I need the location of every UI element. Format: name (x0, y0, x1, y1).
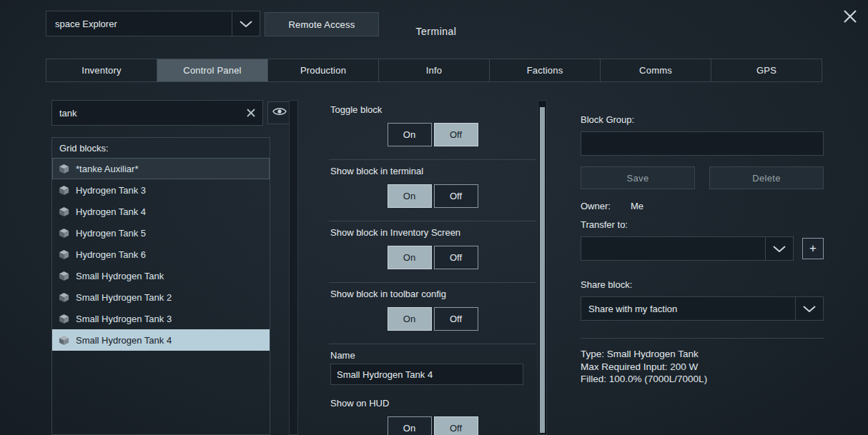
block-group-input[interactable] (581, 131, 824, 156)
tab-factions[interactable]: Factions (490, 59, 601, 81)
right-panel: Block Group: Save Delete Owner:Me Transf… (581, 114, 824, 386)
list-item-label: Hydrogen Tank 3 (76, 185, 146, 196)
plus-icon: + (809, 241, 817, 256)
list-item-label: Hydrogen Tank 6 (76, 249, 146, 260)
list-item-label: Small Hydrogen Tank 2 (76, 292, 172, 303)
block-group-label: Block Group: (581, 114, 824, 125)
block-icon (59, 292, 69, 303)
name-input[interactable] (330, 364, 523, 385)
off-button[interactable]: Off (434, 184, 478, 208)
search-box (51, 100, 263, 126)
list-item-label: Hydrogen Tank 5 (76, 228, 146, 239)
list-item[interactable]: Small Hydrogen Tank 3 (52, 308, 270, 329)
tab-gps[interactable]: GPS (711, 59, 822, 81)
list-item-label: Small Hydrogen Tank 4 (76, 335, 172, 346)
setting-row: Show on HUDOnOff (329, 392, 536, 435)
grid-blocks-list: *tanke Auxiliar*Hydrogen Tank 3Hydrogen … (51, 158, 270, 435)
off-button[interactable]: Off (434, 416, 478, 435)
list-item[interactable]: Small Hydrogen Tank 2 (52, 286, 270, 308)
search-input[interactable] (52, 107, 240, 119)
list-item-label: Small Hydrogen Tank (76, 271, 164, 281)
eye-icon (272, 106, 287, 119)
list-item[interactable]: Hydrogen Tank 6 (52, 244, 270, 265)
list-item[interactable]: Small Hydrogen Tank 4 (52, 329, 270, 351)
scrollbar-thumb[interactable] (540, 107, 545, 433)
block-icon (59, 228, 69, 239)
transfer-dropdown[interactable] (581, 236, 794, 261)
tab-comms[interactable]: Comms (601, 59, 711, 81)
on-button[interactable]: On (388, 184, 432, 208)
owner-value: Me (631, 201, 643, 211)
setting-row: Show block in terminalOnOff (329, 159, 536, 221)
share-dropdown[interactable]: Share with my faction (581, 296, 824, 321)
ship-selector-value: space Explorer (46, 19, 232, 29)
block-icon (59, 206, 69, 217)
on-off-switch: OnOff (329, 307, 536, 331)
close-icon[interactable] (841, 7, 859, 26)
share-block-label: Share block: (581, 279, 824, 290)
list-item-label: *tanke Auxiliar* (76, 164, 138, 174)
on-button[interactable]: On (388, 416, 432, 435)
tab-production[interactable]: Production (268, 59, 379, 81)
block-icon (59, 249, 69, 260)
show-hidden-blocks-button[interactable] (267, 101, 291, 124)
block-icon (59, 185, 69, 196)
info-max-input: Max Required Input: 200 W (581, 361, 824, 374)
setting-label: Show block in toolbar config (330, 289, 536, 299)
settings-panel: Toggle blockOnOffShow block in terminalO… (329, 99, 536, 435)
on-button[interactable]: On (388, 307, 432, 331)
off-button[interactable]: Off (434, 123, 478, 146)
transfer-to-label: Transfer to: (581, 219, 824, 230)
ship-selector-dropdown[interactable]: space Explorer (46, 11, 260, 36)
grid-blocks-header: Grid blocks: (51, 137, 270, 159)
setting-row: Name (329, 344, 536, 392)
on-button[interactable]: On (388, 123, 432, 146)
tab-bar: InventoryControl PanelProductionInfoFact… (46, 59, 822, 82)
on-off-switch: OnOff (329, 246, 536, 269)
save-button[interactable]: Save (581, 166, 695, 189)
divider (581, 338, 824, 339)
setting-row: Show block in Inventory ScreenOnOff (329, 221, 536, 282)
setting-label: Toggle block (330, 104, 536, 115)
setting-label: Name (330, 350, 536, 361)
on-off-switch: OnOff (329, 184, 536, 208)
owner-label: Owner: (581, 201, 611, 211)
setting-label: Show block in Inventory Screen (330, 227, 536, 238)
grid-list-scrollbar[interactable] (289, 100, 298, 435)
chevron-down-icon (232, 11, 260, 36)
terminal-window: space Explorer Remote Access Terminal In… (0, 0, 868, 435)
on-off-switch: OnOff (329, 416, 536, 435)
tab-info[interactable]: Info (379, 59, 490, 81)
page-title: Terminal (357, 26, 515, 37)
add-transfer-target-button[interactable]: + (802, 238, 824, 259)
on-button[interactable]: On (388, 246, 432, 269)
list-item[interactable]: *tanke Auxiliar* (52, 158, 270, 179)
block-icon (59, 335, 69, 346)
list-item-label: Small Hydrogen Tank 3 (76, 314, 172, 324)
list-item[interactable]: Hydrogen Tank 4 (52, 201, 270, 222)
setting-row: Show block in toolbar configOnOff (329, 282, 536, 344)
block-icon (59, 164, 69, 174)
clear-search-icon[interactable] (240, 109, 262, 117)
info-type: Type: Small Hydrogen Tank (581, 348, 824, 361)
setting-label: Show block in terminal (330, 166, 536, 176)
tab-inventory[interactable]: Inventory (46, 59, 157, 81)
block-icon (59, 271, 69, 281)
on-off-switch: OnOff (329, 123, 536, 146)
off-button[interactable]: Off (434, 307, 478, 331)
tab-control-panel[interactable]: Control Panel (157, 59, 268, 81)
off-button[interactable]: Off (434, 246, 478, 269)
info-filled: Filled: 100.0% (7000L/7000L) (581, 373, 824, 386)
delete-button[interactable]: Delete (709, 166, 824, 189)
list-item-label: Hydrogen Tank 4 (76, 206, 146, 217)
list-item[interactable]: Hydrogen Tank 5 (52, 222, 270, 244)
chevron-down-icon (795, 297, 823, 320)
list-item[interactable]: Hydrogen Tank 3 (52, 179, 270, 201)
block-icon (59, 314, 69, 324)
settings-scrollbar[interactable] (538, 100, 547, 435)
owner-row: Owner:Me (581, 201, 824, 211)
block-info: Type: Small Hydrogen Tank Max Required I… (581, 348, 824, 386)
list-item[interactable]: Small Hydrogen Tank (52, 265, 270, 286)
share-dropdown-value: Share with my faction (581, 304, 795, 314)
setting-label: Show on HUD (330, 398, 536, 409)
